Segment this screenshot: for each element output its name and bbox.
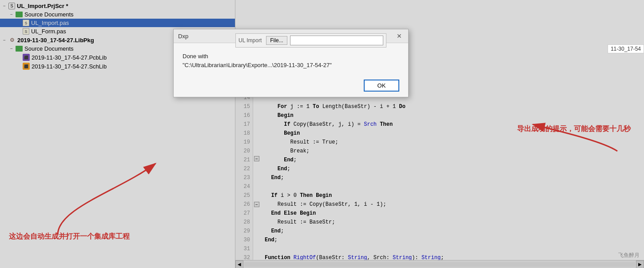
date-field-partial: 11-30_17-54 [608,44,644,53]
dialog-close-button[interactable]: ✕ [395,32,404,40]
ul-import-field[interactable] [290,36,383,45]
ul-import-label: UL Import [239,37,263,44]
ok-button[interactable]: OK [364,80,399,92]
dialog-body: Done with"C:\UltraLibrarian\Library\Expo… [174,43,408,76]
ul-import-toolbar: UL Import File... [235,33,386,48]
file-button[interactable]: File... [266,36,287,45]
dialog-message: Done with"C:\UltraLibrarian\Library\Expo… [183,53,332,68]
dialog-title: Dxp [178,33,188,40]
dialog-footer: OK [174,76,408,97]
